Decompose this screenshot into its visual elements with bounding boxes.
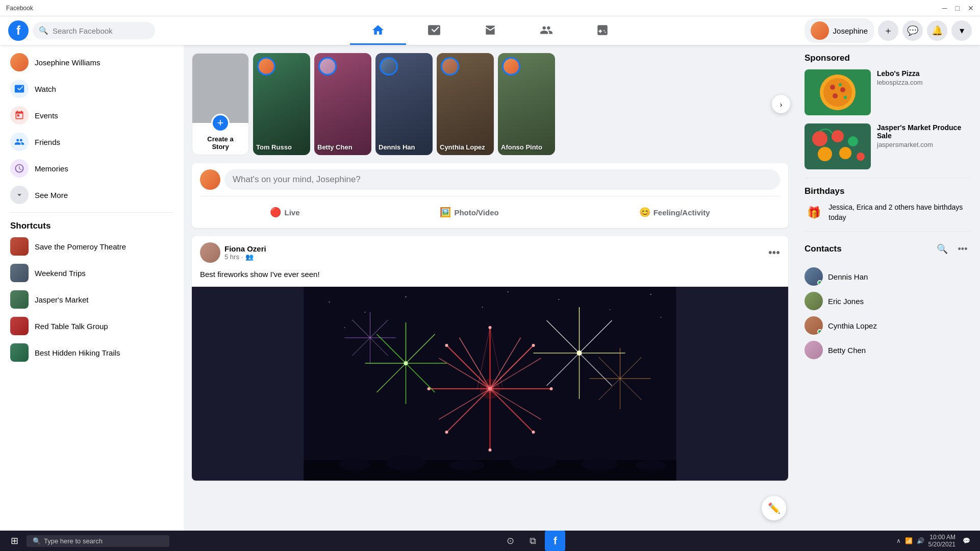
svg-point-71 bbox=[511, 455, 557, 470]
online-indicator bbox=[817, 280, 822, 285]
svg-point-8 bbox=[661, 317, 662, 318]
right-panel: Sponsored Lebo's Pizza leb bbox=[796, 45, 980, 531]
svg-point-10 bbox=[508, 291, 509, 292]
tab-marketplace[interactable] bbox=[462, 16, 518, 45]
contact-betty-avatar bbox=[805, 341, 823, 359]
start-button[interactable]: ⊞ bbox=[6, 533, 22, 549]
notifications-button[interactable]: 🔔 bbox=[927, 20, 947, 41]
composer-actions: 🔴 Live 🖼️ Photo/Video 😊 Feeling/Activity bbox=[200, 196, 780, 222]
contact-item-dennis[interactable]: Dennis Han bbox=[805, 264, 972, 289]
search-input[interactable] bbox=[53, 27, 149, 35]
menu-chevron-button[interactable]: ▾ bbox=[951, 20, 972, 41]
taskbar-cortana-button[interactable]: ⊙ bbox=[500, 531, 520, 551]
svg-point-81 bbox=[823, 78, 852, 107]
section-divider-2 bbox=[805, 231, 972, 232]
pomeroy-icon bbox=[10, 237, 29, 256]
composer-input[interactable] bbox=[224, 169, 780, 190]
contacts-search-button[interactable]: 🔍 bbox=[933, 240, 951, 258]
live-action[interactable]: 🔴 Live bbox=[262, 203, 308, 222]
photo-label: Photo/Video bbox=[454, 208, 498, 217]
svg-point-6 bbox=[610, 309, 611, 310]
taskbar-facebook-button[interactable]: f bbox=[545, 531, 565, 551]
tab-home[interactable] bbox=[350, 16, 406, 45]
contacts-more-button[interactable]: ••• bbox=[953, 240, 972, 258]
close-button[interactable]: ✕ bbox=[968, 4, 974, 12]
composer-top bbox=[200, 169, 780, 190]
story-tom[interactable]: Tom Russo bbox=[253, 53, 310, 155]
story-betty[interactable]: Betty Chen bbox=[314, 53, 371, 155]
maximize-button[interactable]: □ bbox=[956, 4, 960, 12]
sidebar-item-profile[interactable]: Josephine Williams bbox=[4, 49, 180, 76]
taskbar-task-view-button[interactable]: ⧉ bbox=[522, 531, 543, 551]
story-cynthia[interactable]: Cynthia Lopez bbox=[437, 53, 494, 155]
sidebar-item-friends[interactable]: Friends bbox=[4, 129, 180, 155]
wifi-icon[interactable]: 📶 bbox=[905, 537, 913, 544]
facebook-logo: f bbox=[8, 20, 29, 41]
post-card: Fiona Ozeri 5 hrs · 👥 ••• Best fireworks… bbox=[192, 236, 788, 481]
svg-point-83 bbox=[840, 87, 845, 92]
story-afonso[interactable]: Afonso Pinto bbox=[498, 53, 555, 155]
add-button[interactable]: ＋ bbox=[878, 20, 898, 41]
taskbar-search-box[interactable]: 🔍 Type here to search bbox=[27, 535, 169, 547]
sidebar-item-redtable[interactable]: Red Table Talk Group bbox=[4, 313, 180, 339]
taskbar-notification-center[interactable]: 💬 bbox=[960, 534, 974, 548]
top-nav-center bbox=[350, 16, 631, 45]
chevron-up-icon[interactable]: ∧ bbox=[896, 537, 901, 544]
taskbar-search-placeholder: Type here to search bbox=[44, 537, 103, 545]
post-more-button[interactable]: ••• bbox=[768, 246, 780, 259]
photo-action[interactable]: 🖼️ Photo/Video bbox=[432, 203, 507, 222]
svg-point-82 bbox=[830, 85, 835, 90]
post-image bbox=[192, 287, 788, 481]
story-create[interactable]: + Create aStory bbox=[192, 53, 249, 155]
messenger-button[interactable]: 💬 bbox=[902, 20, 923, 41]
story-dennis[interactable]: Dennis Han bbox=[375, 53, 433, 155]
new-message-button[interactable]: ✏️ bbox=[762, 496, 786, 520]
tab-gaming[interactable] bbox=[574, 16, 631, 45]
contacts-header: Contacts 🔍 ••• bbox=[805, 240, 972, 258]
ad-jaspers[interactable]: Jasper's Market Produce Sale jaspersmark… bbox=[805, 123, 972, 169]
minimize-button[interactable]: ─ bbox=[942, 4, 947, 12]
svg-point-68 bbox=[340, 458, 370, 470]
svg-point-70 bbox=[449, 460, 485, 470]
svg-point-89 bbox=[832, 130, 844, 142]
volume-icon[interactable]: 🔊 bbox=[917, 537, 924, 544]
sidebar-item-memories[interactable]: Memories bbox=[4, 155, 180, 182]
svg-point-92 bbox=[839, 147, 851, 159]
sidebar-item-jaspers[interactable]: Jasper's Market bbox=[4, 286, 180, 313]
sidebar-item-see-more[interactable]: See More bbox=[4, 182, 180, 208]
ad-jaspers-image bbox=[805, 123, 871, 169]
feeling-action[interactable]: 😊 Feeling/Activity bbox=[631, 203, 718, 222]
jaspers-label: Jasper's Market bbox=[35, 295, 88, 304]
sidebar-item-pomeroy[interactable]: Save the Pomeroy Theatre bbox=[4, 233, 180, 260]
svg-point-78 bbox=[488, 387, 492, 391]
main-layout: Josephine Williams Watch Events Friends … bbox=[0, 45, 980, 531]
sidebar-item-weekend[interactable]: Weekend Trips bbox=[4, 260, 180, 286]
contact-item-cynthia[interactable]: Cynthia Lopez bbox=[805, 313, 972, 338]
svg-point-93 bbox=[857, 153, 865, 161]
tab-groups[interactable] bbox=[518, 16, 574, 45]
contact-item-betty[interactable]: Betty Chen bbox=[805, 338, 972, 362]
post-user-name: Fiona Ozeri bbox=[224, 244, 266, 253]
feed-area: + Create aStory Tom Russo Betty Chen bbox=[184, 45, 796, 531]
contact-item-eric[interactable]: Eric Jones bbox=[805, 289, 972, 313]
story-betty-avatar bbox=[318, 57, 337, 76]
story-cynthia-avatar bbox=[441, 57, 459, 76]
jaspers-icon bbox=[10, 290, 29, 309]
svg-point-84 bbox=[833, 93, 838, 98]
stories-next-button[interactable]: › bbox=[772, 95, 790, 113]
taskbar-right: ∧ 📶 🔊 10:00 AM 5/20/2021 💬 bbox=[896, 534, 974, 548]
feeling-icon: 😊 bbox=[639, 207, 650, 218]
tab-watch[interactable] bbox=[406, 16, 462, 45]
contacts-section: Contacts 🔍 ••• Dennis Han Eric Jones bbox=[805, 240, 972, 362]
sidebar-profile-avatar bbox=[10, 53, 29, 71]
search-box[interactable]: 🔍 bbox=[33, 22, 155, 39]
story-dennis-avatar bbox=[380, 57, 398, 76]
user-profile-pill[interactable]: Josephine bbox=[805, 18, 874, 43]
sidebar-item-events[interactable]: Events bbox=[4, 102, 180, 129]
sidebar-item-hiking[interactable]: Best Hidden Hiking Trails bbox=[4, 339, 180, 366]
sidebar-item-watch[interactable]: Watch bbox=[4, 76, 180, 102]
contact-eric-name: Eric Jones bbox=[828, 297, 864, 306]
title-bar-controls[interactable]: ─ □ ✕ bbox=[942, 4, 974, 12]
taskbar-clock[interactable]: 10:00 AM 5/20/2021 bbox=[928, 534, 956, 548]
ad-lebos[interactable]: Lebo's Pizza lebospizza.com bbox=[805, 69, 972, 115]
